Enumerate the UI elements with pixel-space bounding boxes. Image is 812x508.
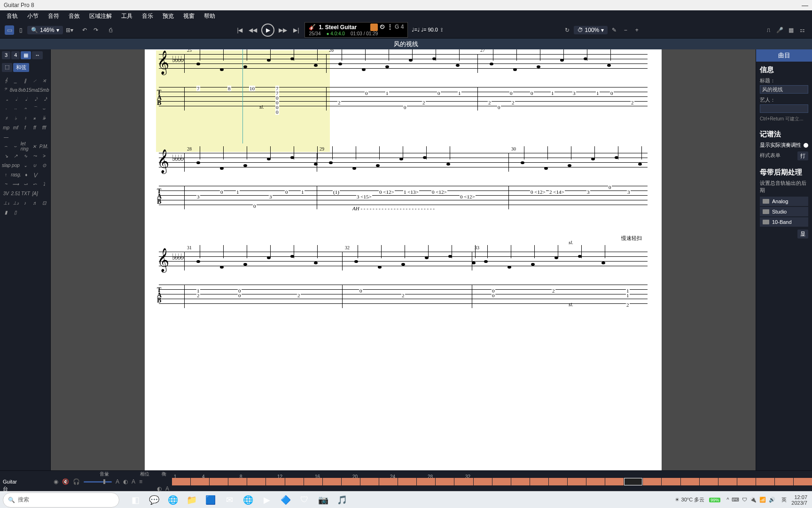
menu-music[interactable]: 音乐: [137, 11, 158, 21]
palette-tab[interactable]: 4: [11, 51, 20, 59]
palette-symbol[interactable]: ⌢: [2, 142, 10, 151]
panel-b-button[interactable]: 🎤: [775, 25, 785, 35]
palette-symbol[interactable]: ⎯: [11, 76, 20, 85]
fret-number[interactable]: 0: [437, 90, 441, 96]
fret-number[interactable]: 1 <13>: [403, 189, 419, 195]
redo-button[interactable]: ↷: [91, 25, 101, 35]
taskbar-app-icon[interactable]: 🟦: [202, 492, 219, 508]
zoom-dropdown-icon[interactable]: ▾: [56, 27, 59, 33]
speed-dropdown-icon[interactable]: ▾: [601, 27, 604, 33]
palette-symbol[interactable]: ▯: [11, 207, 20, 217]
automation-a2[interactable]: A: [132, 478, 135, 485]
fret-number[interactable]: 2: [422, 100, 426, 105]
track-mute-icon[interactable]: 🔇: [62, 478, 69, 485]
fret-number[interactable]: 2: [626, 302, 630, 308]
sounding-pitch-toggle[interactable]: 显示实际演奏调性: [760, 142, 808, 149]
fret-number[interactable]: 0: [509, 90, 513, 96]
note-head[interactable]: [314, 262, 318, 264]
palette-symbol[interactable]: ↗: [11, 151, 20, 160]
fret-number[interactable]: 3 <15>: [356, 194, 372, 199]
palette-symbol[interactable]: 𝄫: [40, 113, 48, 123]
menu-help[interactable]: 帮助: [199, 11, 220, 21]
fret-number[interactable]: 2: [488, 100, 492, 105]
timeline-bar-segment[interactable]: [530, 478, 548, 485]
collapse-label[interactable]: 台: [3, 485, 50, 492]
panel-d-button[interactable]: ⚏: [798, 25, 807, 35]
fret-number[interactable]: 0: [492, 293, 495, 298]
palette-symbol[interactable]: ⊙: [40, 160, 48, 170]
fret-number[interactable]: 1: [596, 90, 600, 96]
fret-number[interactable]: 1: [458, 90, 461, 96]
note-head[interactable]: [521, 161, 524, 164]
palette-symbol[interactable]: ✕: [30, 142, 39, 151]
taskbar-app-icon[interactable]: 📷: [315, 492, 332, 508]
timeline-bar-segment[interactable]: [360, 478, 379, 485]
note-head[interactable]: [220, 167, 224, 170]
palette-symbol[interactable]: f: [21, 123, 29, 132]
palette-symbol[interactable]: >: [40, 151, 48, 160]
note-head[interactable]: [376, 164, 380, 167]
taskbar-app-icon[interactable]: ✉: [221, 492, 238, 508]
fret-number[interactable]: 1: [626, 293, 630, 298]
timeline-bar-segment[interactable]: [247, 478, 265, 485]
fret-number[interactable]: 0: [220, 189, 224, 195]
artist-field[interactable]: [760, 104, 808, 113]
menu-section[interactable]: 区域注解: [85, 11, 117, 21]
palette-symbol[interactable]: ▮: [2, 207, 10, 217]
palette-symbol[interactable]: ⋁: [31, 170, 39, 179]
palette-symbol[interactable]: ⌒: [31, 104, 39, 113]
palette-symbol[interactable]: 3V: [2, 189, 10, 198]
note-head[interactable]: [378, 266, 382, 269]
palette-symbol[interactable]: [31, 132, 39, 142]
timeline-bar-segment[interactable]: [417, 478, 435, 485]
fret-number[interactable]: 2: [401, 293, 405, 298]
palette-symbol[interactable]: fff: [40, 123, 48, 132]
fret-number[interactable]: 1: [301, 189, 304, 195]
view-page-button[interactable]: ▭: [5, 25, 14, 35]
palette-symbol[interactable]: [11, 132, 20, 142]
taskbar-search[interactable]: 🔍 搜索: [3, 492, 119, 508]
note-head[interactable]: [472, 262, 476, 264]
palette-symbol[interactable]: ∥: [21, 76, 29, 85]
palette-symbol[interactable]: ⊥₂: [11, 198, 20, 207]
taskbar-app-icon[interactable]: 🌐: [240, 492, 257, 508]
note-head[interactable]: [243, 263, 247, 266]
menu-view[interactable]: 视窗: [179, 11, 199, 21]
timeline-bar-segment[interactable]: [191, 478, 209, 485]
fret-number[interactable]: 2 <14>: [549, 189, 565, 195]
palette-symbol[interactable]: ⤵: [40, 179, 48, 189]
palette-symbol[interactable]: 𝄪: [31, 113, 39, 123]
timeline-bar-segment[interactable]: [568, 478, 586, 485]
fret-number[interactable]: 0: [285, 189, 289, 195]
taskbar-app-icon[interactable]: 🎵: [334, 492, 351, 508]
timeline-bar-segment[interactable]: [737, 478, 756, 485]
palette-symbol[interactable]: 8vb: [18, 85, 26, 95]
timeline-bar-segment[interactable]: [643, 478, 661, 485]
preset-10band[interactable]: 10-Band: [760, 217, 808, 227]
stylesheet-button[interactable]: 打: [797, 151, 808, 160]
note-head[interactable]: [484, 260, 488, 263]
palette-symbol[interactable]: [21, 207, 29, 217]
go-to-start-button[interactable]: |◀: [235, 25, 244, 35]
menu-effects[interactable]: 音效: [64, 11, 85, 21]
palette-symbol[interactable]: mf: [11, 123, 20, 132]
note-head[interactable]: [456, 64, 460, 67]
timeline-bar-segment[interactable]: [681, 478, 699, 485]
timeline-bars[interactable]: [172, 478, 812, 485]
volume-slider[interactable]: [84, 481, 112, 483]
show-more-button[interactable]: 显: [797, 230, 808, 238]
timeline-bar-segment[interactable]: [285, 478, 304, 485]
zoom-control[interactable]: 🔍 146% ▾: [27, 26, 63, 34]
timeline-bar-segment[interactable]: [624, 478, 642, 485]
tuning-fork-icon[interactable]: ⟟: [441, 27, 443, 33]
menu-tools[interactable]: 工具: [117, 11, 137, 21]
tempo-value[interactable]: ♩=♩ ♩= 90.0: [412, 27, 437, 33]
timeline-bar-segment[interactable]: [662, 478, 680, 485]
palette-symbol[interactable]: 𝅝: [2, 95, 10, 104]
palette-symbol[interactable]: ~: [2, 179, 10, 189]
fret-number[interactable]: 8: [227, 86, 231, 91]
fret-number[interactable]: 0: [530, 90, 534, 96]
play-pause-button[interactable]: ▶: [261, 24, 274, 37]
palette-symbol[interactable]: ⤻: [21, 179, 29, 189]
palette-symbol[interactable]: [40, 170, 48, 179]
